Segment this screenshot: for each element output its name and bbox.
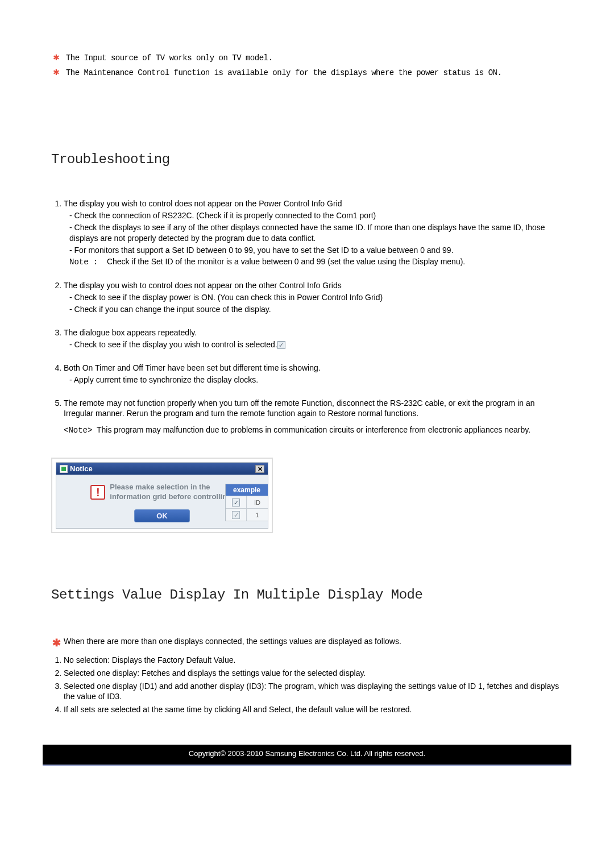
example-checkbox-header: ✓ xyxy=(226,496,247,508)
troubleshooting-heading: Troubleshooting xyxy=(51,152,563,167)
ts-sub: - For monitors that support a Set ID bet… xyxy=(69,245,563,256)
checkbox-icon: ✓ xyxy=(232,511,240,519)
star-icon: ✱ xyxy=(51,65,61,78)
sv-item: Selected one display (ID1) and add anoth… xyxy=(64,681,563,703)
ok-button[interactable]: OK xyxy=(134,509,190,522)
top-note-text: The Input source of TV works only on TV … xyxy=(66,53,272,63)
ts-sub-text: Check to see if the display you wish to … xyxy=(74,340,277,349)
ts-sub-text: Apply current time to synchronize the di… xyxy=(74,375,258,384)
top-note-row: ✱ The Maintenance Control function is av… xyxy=(51,65,563,78)
note-text: This program may malfunction due to prob… xyxy=(97,425,530,434)
window-icon xyxy=(60,465,68,473)
top-note-text: The Maintenance Control function is avai… xyxy=(66,68,501,77)
sv-item: No selection: Displays the Factory Defau… xyxy=(64,655,563,666)
checkbox-icon: ✓ xyxy=(232,499,240,506)
ts-item-2-text: The display you wish to control does not… xyxy=(64,281,342,290)
top-note-row: ✱ The Input source of TV works only on T… xyxy=(51,51,563,63)
ts-item-5: The remote may not function properly whe… xyxy=(64,398,563,437)
ts-sub: - Apply current time to synchronize the … xyxy=(69,375,563,385)
settings-value-list: No selection: Displays the Factory Defau… xyxy=(51,655,563,715)
copyright-footer: Copyright© 2003-2010 Samsung Electronics… xyxy=(43,745,571,766)
notice-figure: Notice ✕ ! Please make selection in the … xyxy=(51,458,563,533)
troubleshooting-list: The display you wish to control does not… xyxy=(51,198,563,436)
note-label: <Note> xyxy=(64,426,92,435)
notice-msg-line1: Please make selection in the xyxy=(110,483,210,491)
ts-sub-text: Check to see if the display power is ON.… xyxy=(74,293,383,302)
note-label: Note : xyxy=(69,257,105,268)
settings-value-heading: Settings Value Display In Multiple Displ… xyxy=(51,587,563,603)
notice-titlebar: Notice ✕ xyxy=(56,463,268,475)
ts-sub: - Check the displays to see if any of th… xyxy=(69,222,563,244)
ts-item-3: The dialogue box appears repeatedly. - C… xyxy=(64,327,563,350)
ts-sub: - Check to see if the display power is O… xyxy=(69,292,563,303)
ts-item-4-text: Both On Timer and Off Timer have been se… xyxy=(64,363,321,372)
sv-intro-text: When there are more than one displays co… xyxy=(64,637,401,646)
ts-item-5-text: The remote may not function properly whe… xyxy=(64,398,535,418)
example-checkbox-cell: ✓ xyxy=(226,508,247,521)
ts-sub: - Check if you can change the input sour… xyxy=(69,304,563,315)
ts-block-note: <Note> This program may malfunction due … xyxy=(64,425,563,436)
example-header: example xyxy=(226,484,268,496)
ts-sub: - Check to see if the display you wish t… xyxy=(69,339,563,350)
ts-sub-text: Check the displays to see if any of the … xyxy=(69,223,545,243)
sv-item: If all sets are selected at the same tim… xyxy=(64,704,563,715)
star-icon: ✱ xyxy=(51,637,61,649)
close-icon[interactable]: ✕ xyxy=(255,465,264,473)
ts-item-4: Both On Timer and Off Timer have been se… xyxy=(64,363,563,385)
ts-item-1-text: The display you wish to control does not… xyxy=(64,199,342,208)
ts-sub-text: Check the connection of RS232C. (Check i… xyxy=(74,211,376,220)
ts-sub-text: Check if you can change the input source… xyxy=(74,305,271,314)
sv-intro: ✱ When there are more than one displays … xyxy=(51,637,563,649)
top-notes: ✱ The Input source of TV works only on T… xyxy=(51,51,563,78)
checkbox-icon: ✓ xyxy=(277,341,285,349)
ts-item-1: The display you wish to control does not… xyxy=(64,198,563,268)
exclamation-icon: ! xyxy=(90,485,105,500)
note-text: Check if the Set ID of the monitor is a … xyxy=(107,257,465,266)
notice-msg-line2: information grid before controlling. xyxy=(110,492,233,501)
star-icon: ✱ xyxy=(51,51,61,63)
ts-sub: - Check the connection of RS232C. (Check… xyxy=(69,210,563,221)
ts-note: Note : Check if the Set ID of the monito… xyxy=(69,256,563,268)
example-id-header: ID xyxy=(247,496,268,508)
ts-sub-text: For monitors that support a Set ID betwe… xyxy=(74,246,454,255)
example-id-cell: 1 xyxy=(247,508,268,521)
ts-item-3-text: The dialogue box appears repeatedly. xyxy=(64,328,197,337)
sv-item: Selected one display: Fetches and displa… xyxy=(64,668,563,679)
notice-title-text: Notice xyxy=(70,464,93,473)
example-panel: example ✓ ID ✓ 1 xyxy=(225,484,268,521)
ts-item-2: The display you wish to control does not… xyxy=(64,280,563,315)
